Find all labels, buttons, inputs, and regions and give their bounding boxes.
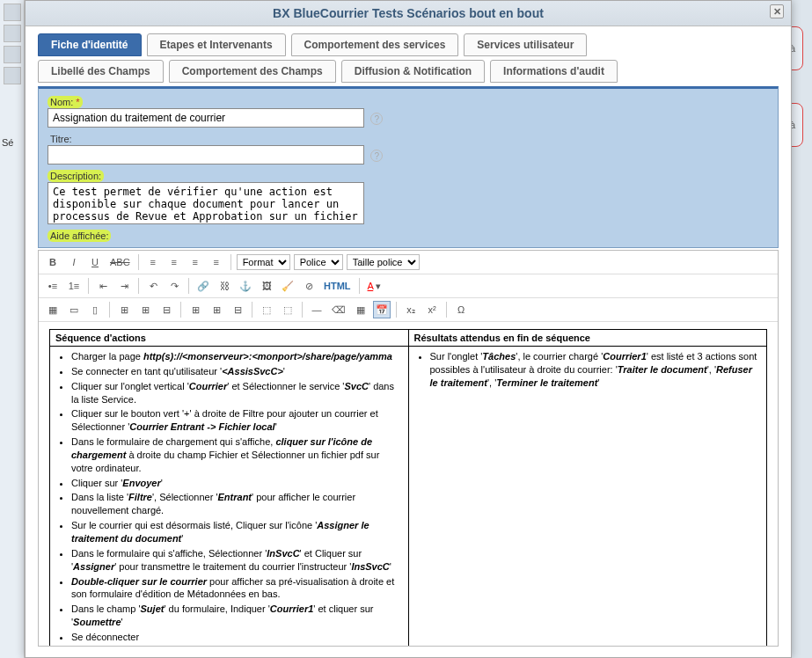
- unlink-icon[interactable]: ⛓: [216, 277, 233, 295]
- row-props-icon[interactable]: ▭: [65, 301, 83, 318]
- delete-row-icon[interactable]: ⊟: [157, 301, 175, 318]
- outdent-icon[interactable]: ⇤: [94, 277, 112, 295]
- delete-col-icon[interactable]: ⊟: [229, 301, 246, 318]
- tab-informations-audit[interactable]: Informations d'audit: [490, 60, 618, 83]
- rich-editor: B I U ABC ≡ ≡ ≡ ≡ Format Police Taille p…: [38, 250, 779, 647]
- dialog-title: BX BlueCourrier Tests Scénarios bout en …: [273, 6, 544, 20]
- separator: [88, 278, 89, 294]
- toolbar-row-2: •≡ 1≡ ⇤ ⇥ ↶ ↷ 🔗 ⛓ ⚓ 🖼 🧹 ⊘ HTML A ▾: [39, 274, 778, 298]
- undo-icon[interactable]: ↶: [144, 277, 162, 295]
- number-list-icon[interactable]: 1≡: [65, 277, 83, 295]
- scenario-table: Séquence d'actions Résultats attendus en…: [49, 329, 767, 646]
- date-icon[interactable]: 📅: [373, 301, 391, 318]
- indent-icon[interactable]: ⇥: [115, 277, 133, 295]
- cell-resultats[interactable]: Sur l'onglet 'Tâches', le courrier charg…: [408, 347, 767, 647]
- table-icon[interactable]: ▦: [44, 301, 62, 318]
- description-textarea[interactable]: Ce test permet de vérifier qu'une action…: [48, 182, 364, 224]
- strip-icon[interactable]: [4, 46, 21, 63]
- special-char-icon[interactable]: Ω: [452, 301, 470, 318]
- separator: [230, 254, 231, 270]
- editor-content[interactable]: Séquence d'actions Résultats attendus en…: [39, 322, 778, 646]
- align-center-icon[interactable]: ≡: [165, 253, 183, 271]
- align-justify-icon[interactable]: ≡: [208, 253, 225, 271]
- separator: [396, 302, 397, 318]
- superscript-icon[interactable]: x²: [423, 301, 441, 318]
- separator: [252, 302, 252, 318]
- tab-services-utilisateur[interactable]: Services utilisateur: [464, 33, 587, 56]
- separator: [446, 302, 447, 318]
- col-header-actions: Séquence d'actions: [50, 330, 409, 347]
- app-left-strip: Sé: [0, 0, 25, 658]
- link-icon[interactable]: 🔗: [194, 277, 212, 295]
- align-right-icon[interactable]: ≡: [187, 253, 204, 271]
- dialog-window: BX BlueCourrier Tests Scénarios bout en …: [25, 0, 792, 658]
- font-select[interactable]: Police: [294, 254, 343, 270]
- insert-col-after-icon[interactable]: ⊞: [208, 301, 225, 318]
- dialog-body: Fiche d'identité Etapes et Intervenants …: [26, 26, 791, 656]
- fontsize-select[interactable]: Taille police: [347, 254, 420, 270]
- help-icon[interactable]: ?: [370, 113, 383, 125]
- separator: [188, 278, 189, 294]
- strip-icon[interactable]: [4, 25, 21, 42]
- remove-format-icon[interactable]: ⌫: [329, 301, 348, 318]
- insert-row-before-icon[interactable]: ⊞: [115, 301, 133, 318]
- tab-etapes-intervenants[interactable]: Etapes et Intervenants: [147, 33, 286, 56]
- dialog-header: BX BlueCourrier Tests Scénarios bout en …: [26, 1, 791, 26]
- separator: [138, 254, 139, 270]
- tab-fiche-identite[interactable]: Fiche d'identité: [38, 33, 142, 56]
- close-icon[interactable]: ✕: [770, 4, 784, 18]
- form-panel: Nom: * ? Titre: ? Description: Ce test p…: [38, 86, 779, 248]
- col-header-resultats: Résultats attendus en fin de séquence: [408, 330, 767, 347]
- strip-icon[interactable]: [4, 4, 21, 21]
- separator: [359, 278, 360, 294]
- align-left-icon[interactable]: ≡: [144, 253, 162, 271]
- text-color-icon[interactable]: A ▾: [365, 277, 384, 295]
- description-label: Description:: [48, 170, 104, 182]
- tab-comportement-services[interactable]: Comportement des services: [291, 33, 459, 56]
- separator: [109, 302, 110, 318]
- split-cell-icon[interactable]: ⬚: [258, 301, 275, 318]
- toolbar-row-1: B I U ABC ≡ ≡ ≡ ≡ Format Police Taille p…: [39, 251, 778, 274]
- tabs-primary: Fiche d'identité Etapes et Intervenants …: [38, 33, 779, 56]
- image-icon[interactable]: 🖼: [258, 277, 275, 295]
- tab-libelle-champs[interactable]: Libellé des Champs: [38, 60, 164, 83]
- separator: [180, 302, 181, 318]
- side-label: Sé: [2, 137, 22, 148]
- toggle-guidelines-icon[interactable]: ▦: [352, 301, 369, 318]
- nom-input[interactable]: [48, 108, 364, 128]
- tab-diffusion-notification[interactable]: Diffusion & Notification: [341, 60, 485, 83]
- anchor-icon[interactable]: ⚓: [237, 277, 254, 295]
- redo-icon[interactable]: ↷: [165, 277, 183, 295]
- titre-label: Titre:: [48, 133, 75, 145]
- nom-label: Nom: *: [48, 96, 83, 108]
- underline-icon[interactable]: U: [86, 253, 104, 271]
- insert-col-before-icon[interactable]: ⊞: [187, 301, 204, 318]
- clean-icon[interactable]: 🧹: [279, 277, 296, 295]
- strip-icon[interactable]: [4, 67, 21, 84]
- help-icon[interactable]: ⊘: [300, 277, 318, 295]
- titre-input[interactable]: [48, 145, 364, 164]
- separator: [302, 302, 303, 318]
- tabs-secondary: Libellé des Champs Comportement des Cham…: [38, 60, 779, 83]
- bold-icon[interactable]: B: [44, 253, 62, 271]
- insert-row-after-icon[interactable]: ⊞: [136, 301, 154, 318]
- cell-props-icon[interactable]: ▯: [86, 301, 104, 318]
- html-source-icon[interactable]: HTML: [321, 277, 354, 295]
- cell-actions[interactable]: Charger la page http(s)://<monserveur>:<…: [50, 347, 409, 647]
- aide-affichee-label: Aide affichée:: [48, 230, 111, 242]
- help-icon[interactable]: ?: [370, 150, 383, 162]
- tab-comportement-champs[interactable]: Comportement des Champs: [169, 60, 336, 83]
- merge-cell-icon[interactable]: ⬚: [279, 301, 296, 318]
- subscript-icon[interactable]: x₂: [402, 301, 420, 318]
- toolbar-row-3: ▦ ▭ ▯ ⊞ ⊞ ⊟ ⊞ ⊞ ⊟ ⬚ ⬚ — ⌫ ▦ 📅 x₂: [39, 298, 778, 322]
- hr-icon[interactable]: —: [308, 301, 326, 318]
- italic-icon[interactable]: I: [65, 253, 83, 271]
- bullet-list-icon[interactable]: •≡: [44, 277, 62, 295]
- format-select[interactable]: Format: [237, 254, 290, 270]
- strike-icon[interactable]: ABC: [107, 253, 133, 271]
- separator: [138, 278, 139, 294]
